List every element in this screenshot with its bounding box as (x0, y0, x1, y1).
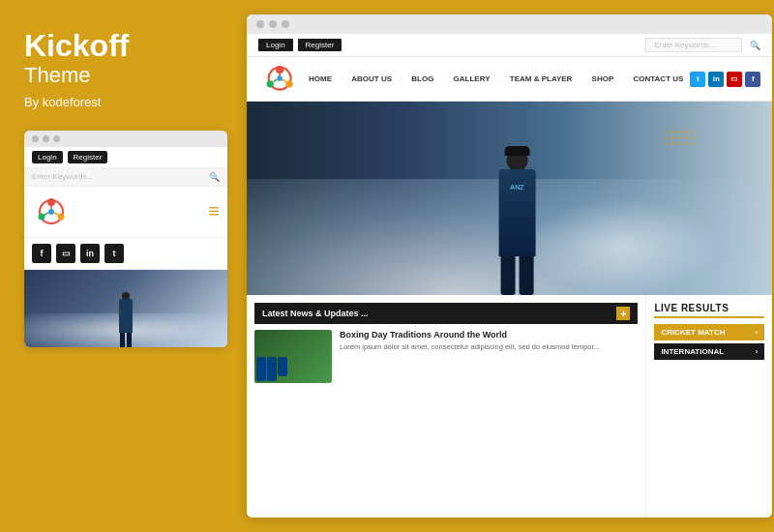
news-article-title: Boxing Day Traditions Around the World (340, 330, 638, 340)
mini-dot-2 (43, 135, 49, 142)
desk-search-input[interactable]: Enter Keywords... (645, 38, 742, 52)
nav-blog[interactable]: BLOG (404, 71, 440, 87)
desk-nav-links: HOME · ABOUT US · BLOG · GALLERY · TEAM … (302, 71, 690, 87)
live-cricket-label: CRICKET MATCH (661, 328, 725, 337)
news-content: Boxing Day Traditions Around the World L… (254, 330, 638, 383)
mini-twitter-icon[interactable]: t (104, 244, 124, 263)
mini-youtube-icon[interactable]: ▭ (56, 244, 75, 263)
nav-home[interactable]: HOME (302, 71, 339, 87)
nav-sep-5: · (580, 74, 582, 83)
svg-point-10 (285, 80, 292, 87)
news-header: Latest News & Updates ... + (254, 303, 638, 324)
desk-facebook-icon[interactable]: f (745, 72, 760, 87)
desk-news-section: Latest News & Updates ... + Boxing Day T… (247, 295, 646, 517)
desk-social-icons: t in ▭ f (690, 72, 760, 87)
nav-sep-6: · (622, 74, 624, 83)
mini-browser-mockup: Login Register Enter Keywords... 🔍 ≡ f ▭ (24, 131, 227, 347)
hero-player-figure (498, 150, 535, 295)
nav-contact[interactable]: CONTACT US (627, 71, 691, 87)
nav-sep-3: · (442, 74, 444, 83)
mini-dot-3 (53, 135, 60, 142)
mini-search-icon[interactable]: 🔍 (209, 172, 220, 182)
news-fig-3 (278, 357, 287, 376)
svg-point-4 (48, 209, 54, 215)
desk-dot-1 (256, 20, 264, 28)
live-item-cricket[interactable]: CRICKET MATCH › (654, 324, 764, 340)
news-fig-1 (256, 357, 266, 381)
mini-search-placeholder: Enter Keywords... (32, 172, 93, 181)
desk-dot-2 (269, 20, 277, 28)
news-fig-2 (267, 357, 277, 381)
live-item-international[interactable]: INTERNATIONAL › (654, 343, 764, 360)
svg-point-9 (276, 66, 283, 74)
desk-search-icon[interactable]: 🔍 (750, 41, 760, 50)
svg-point-2 (58, 213, 65, 220)
svg-point-11 (267, 80, 274, 87)
svg-point-1 (47, 198, 55, 206)
desk-topbar-right: Enter Keywords... 🔍 (645, 38, 760, 52)
svg-line-15 (274, 79, 278, 81)
news-expand-btn[interactable]: + (616, 307, 630, 320)
brand-by: By kodeforest (24, 95, 223, 109)
desk-linkedin-icon[interactable]: in (708, 72, 724, 87)
desk-dot-3 (282, 20, 289, 28)
desktop-browser-mockup: Login Register Enter Keywords... 🔍 HO (247, 15, 772, 517)
hero-player-legs (500, 256, 533, 295)
news-article-body: Lorem ipsum dolor sit amet, consectetur … (340, 342, 638, 353)
mini-social-bar: f ▭ in t (24, 238, 227, 270)
nav-sep-2: · (401, 74, 402, 83)
mini-linkedin-icon[interactable]: in (80, 244, 100, 263)
news-thumbnail (254, 330, 332, 383)
desk-register-btn[interactable]: Register (298, 39, 342, 51)
nav-sep-4: · (499, 74, 501, 83)
live-international-arrow: › (756, 347, 759, 356)
nav-sep-1: · (341, 74, 342, 83)
brand-subtitle: Theme (24, 63, 223, 88)
desk-logo-icon (258, 57, 302, 101)
left-panel: Kickoff Theme By kodeforest Login Regist… (0, 0, 242, 532)
live-cricket-arrow: › (756, 328, 759, 337)
live-results-title: LIVE RESULTS (654, 303, 764, 318)
svg-line-14 (283, 79, 286, 81)
svg-line-6 (54, 213, 58, 215)
mini-register-btn[interactable]: Register (68, 151, 108, 163)
mini-hamburger-icon[interactable]: ≡ (208, 200, 220, 222)
hero-smoke-2 (526, 198, 720, 295)
mini-search-bar: Enter Keywords... 🔍 (24, 168, 227, 187)
mini-login-btn[interactable]: Login (32, 151, 63, 163)
svg-line-7 (45, 213, 48, 215)
mini-logo-icon (32, 192, 71, 231)
news-text-area: Boxing Day Traditions Around the World L… (340, 330, 638, 383)
desk-twitter-icon[interactable]: t (690, 72, 705, 87)
right-panel: Login Register Enter Keywords... 🔍 HO (242, 0, 774, 532)
desk-login-btn[interactable]: Login (258, 39, 293, 51)
desk-topbar: Login Register Enter Keywords... 🔍 (247, 34, 772, 57)
live-international-label: INTERNATIONAL (661, 347, 724, 356)
svg-point-12 (277, 75, 283, 81)
nav-gallery[interactable]: GALLERY (447, 71, 497, 87)
desk-youtube-icon[interactable]: ▭ (727, 72, 742, 87)
hero-player-body (498, 169, 535, 256)
desk-live-results: LIVE RESULTS CRICKET MATCH › INTERNATION… (646, 295, 772, 517)
mini-browser-bar (24, 131, 227, 147)
brand-title: Kickoff (24, 29, 223, 63)
hero-dots-pattern (665, 131, 695, 145)
news-header-text: Latest News & Updates ... (262, 309, 369, 318)
hero-player-head (506, 150, 527, 171)
nav-team[interactable]: TEAM & PLAYER (503, 71, 580, 87)
news-img-players (254, 355, 289, 383)
desktop-browser-bar (247, 15, 772, 34)
mini-hero-image (24, 270, 227, 347)
svg-point-3 (39, 213, 45, 220)
mini-facebook-icon[interactable]: f (32, 244, 51, 263)
mini-logo-area: ≡ (24, 187, 227, 238)
hero-player-leg-right (519, 256, 533, 295)
nav-shop[interactable]: SHOP (585, 71, 621, 87)
hero-player-leg-left (500, 256, 515, 295)
mini-topbar: Login Register (24, 147, 227, 168)
desk-topbar-buttons: Login Register (258, 39, 342, 51)
desk-navbar: HOME · ABOUT US · BLOG · GALLERY · TEAM … (247, 57, 772, 102)
mini-dot-1 (32, 135, 39, 142)
desk-hero-image (247, 102, 772, 295)
nav-about[interactable]: ABOUT US (344, 71, 399, 87)
